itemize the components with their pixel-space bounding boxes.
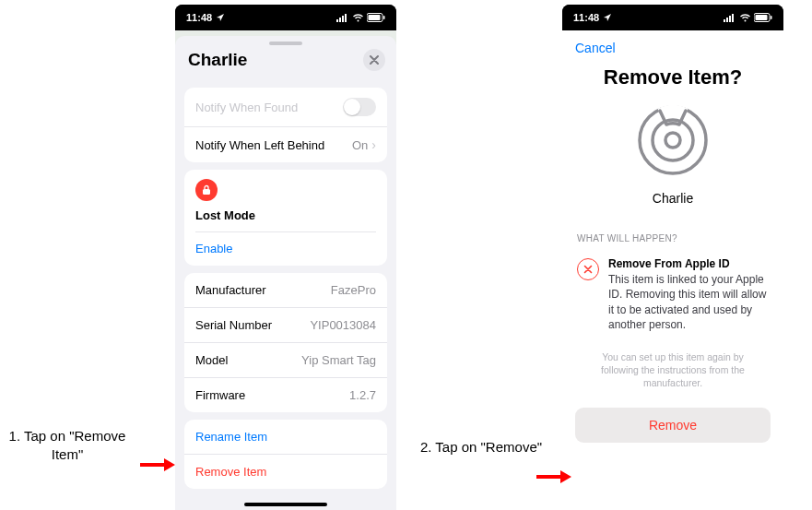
- lost-mode-card: Lost Mode Enable: [184, 170, 387, 266]
- detail-sheet: Charlie Notify When Found Notify When Le…: [175, 36, 396, 510]
- remove-button[interactable]: Remove: [575, 408, 771, 443]
- model-row: Model Yip Smart Tag: [184, 343, 387, 378]
- manufacturer-row: Manufacturer FazePro: [184, 273, 387, 308]
- info-card: Manufacturer FazePro Serial Number YIP00…: [184, 273, 387, 412]
- battery-icon: [367, 13, 385, 22]
- arrow-step-2: [535, 469, 573, 484]
- svg-rect-0: [336, 19, 338, 22]
- svg-rect-14: [771, 16, 772, 19]
- footnote: You can set up this item again by follow…: [562, 332, 783, 401]
- location-icon: [603, 13, 612, 22]
- serial-row: Serial Number YIP0013084: [184, 308, 387, 343]
- notify-found-row[interactable]: Notify When Found: [184, 88, 387, 127]
- svg-rect-13: [756, 15, 768, 20]
- svg-rect-10: [729, 16, 731, 22]
- svg-rect-6: [383, 16, 385, 19]
- battery-icon: [754, 13, 772, 22]
- status-bar: 11:48: [562, 5, 783, 30]
- status-bar: 11:48: [175, 5, 396, 30]
- svg-point-17: [665, 133, 680, 148]
- item-name: Charlie: [562, 191, 783, 206]
- status-time: 11:48: [186, 12, 212, 23]
- notify-left-row[interactable]: Notify When Left Behind On›: [184, 127, 387, 162]
- phone-screenshot-2: 11:48 Cancel Remove Item? Charlie W: [562, 5, 783, 510]
- svg-rect-1: [339, 18, 341, 22]
- phone-screenshot-1: 11:48 Charlie Notify When Found: [175, 5, 396, 510]
- x-circle-icon: [577, 258, 599, 280]
- signal-icon: [724, 14, 736, 22]
- chevron-right-icon: ›: [371, 137, 376, 152]
- remove-item-button[interactable]: Remove Item: [184, 455, 387, 489]
- status-time: 11:48: [573, 12, 599, 23]
- wifi-icon: [739, 14, 751, 22]
- close-button[interactable]: [363, 49, 385, 71]
- remove-title: Remove Item?: [562, 65, 783, 89]
- annotation-step-2: 2. Tap on "Remove": [417, 438, 546, 457]
- rename-item-button[interactable]: Rename Item: [184, 420, 387, 455]
- remove-info-row: Remove From Apple ID This item is linked…: [562, 249, 783, 332]
- sheet-title: Charlie: [188, 50, 247, 70]
- svg-rect-11: [732, 14, 734, 22]
- info-title: Remove From Apple ID: [608, 256, 769, 271]
- svg-rect-9: [726, 18, 728, 22]
- annotation-step-1: 1. Tap on "Remove Item": [0, 427, 136, 465]
- firmware-row: Firmware 1.2.7: [184, 378, 387, 412]
- info-body: This item is linked to your Apple ID. Re…: [608, 272, 769, 332]
- notify-found-toggle[interactable]: [343, 98, 376, 116]
- svg-point-16: [653, 120, 693, 160]
- svg-rect-8: [724, 19, 725, 22]
- location-icon: [216, 13, 225, 22]
- wifi-icon: [352, 14, 364, 22]
- lost-mode-title: Lost Mode: [195, 208, 376, 231]
- home-indicator[interactable]: [244, 503, 327, 506]
- svg-rect-5: [369, 15, 381, 20]
- radar-icon: [562, 102, 783, 182]
- enable-button[interactable]: Enable: [195, 231, 376, 266]
- svg-rect-7: [203, 189, 210, 195]
- arrow-step-1: [138, 457, 177, 472]
- svg-rect-2: [342, 16, 344, 22]
- lock-icon: [195, 179, 218, 201]
- close-icon: [370, 55, 379, 65]
- signal-icon: [336, 14, 349, 22]
- cancel-button[interactable]: Cancel: [575, 41, 616, 55]
- section-label: WHAT WILL HAPPEN?: [562, 206, 783, 249]
- svg-point-15: [640, 107, 706, 173]
- svg-rect-3: [345, 14, 347, 22]
